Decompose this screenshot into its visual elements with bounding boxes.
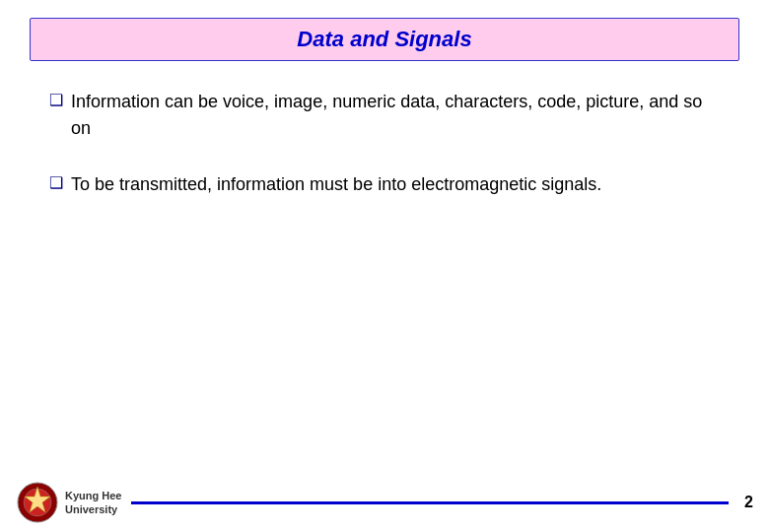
title-bar: Data and Signals [30, 18, 739, 61]
footer-university-name: Kyung Hee University [65, 489, 121, 517]
slide: Data and Signals ❑ Information can be vo… [0, 0, 769, 532]
bullet-item-2: ❑ To be transmitted, information must be… [49, 171, 720, 198]
page-number: 2 [744, 494, 753, 511]
footer-divider-line [131, 501, 729, 504]
bullet-icon-1: ❑ [49, 91, 63, 109]
university-line1: Kyung Hee [65, 489, 121, 502]
bullet-icon-2: ❑ [49, 173, 63, 192]
slide-title: Data and Signals [297, 27, 471, 51]
content-area: ❑ Information can be voice, image, numer… [0, 61, 769, 532]
svg-point-3 [34, 499, 41, 506]
bullet-text-1: Information can be voice, image, numeric… [71, 89, 720, 142]
bullet-text-2: To be transmitted, information must be i… [71, 171, 601, 198]
footer: Kyung Hee University 2 [0, 473, 769, 532]
university-logo [16, 481, 59, 524]
university-line2: University [65, 502, 121, 516]
bullet-item-1: ❑ Information can be voice, image, numer… [49, 89, 720, 142]
